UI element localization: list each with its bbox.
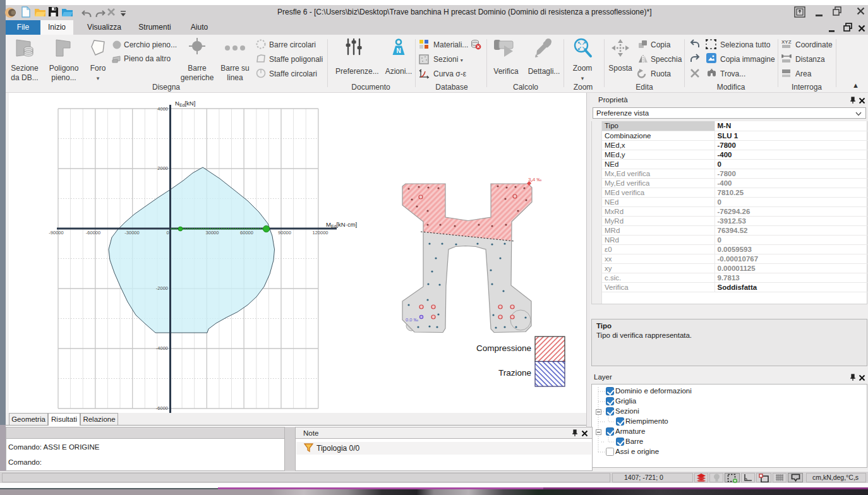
svg-text:MEd[kN·cm]: MEd[kN·cm] [326,221,357,229]
svg-text:2000: 2000 [157,165,168,171]
svg-text:0: 0 [166,230,169,236]
svg-text:90000: 90000 [278,230,291,236]
svg-text:60000: 60000 [240,230,253,236]
svg-text:-4000: -4000 [156,345,168,351]
svg-text:-30000: -30000 [124,230,139,236]
svg-text:4000: 4000 [157,106,168,112]
svg-text:-2000: -2000 [156,285,168,291]
svg-text:Compressione: Compressione [476,343,531,353]
svg-text:120000: 120000 [312,230,328,236]
svg-text:0.0 ‰: 0.0 ‰ [406,317,419,323]
svg-text:-60000: -60000 [86,230,100,236]
svg-text:30000: 30000 [206,230,219,236]
svg-text:3.4 ‰: 3.4 ‰ [528,177,541,182]
svg-text:NEd[kN]: NEd[kN] [175,100,195,107]
svg-text:XYZ: XYZ [781,39,792,45]
svg-text:↙: ↙ [577,45,582,51]
svg-text:-6000: -6000 [156,405,168,411]
svg-text:-90000: -90000 [49,230,63,236]
svg-text:↘: ↘ [582,45,586,51]
svg-text:Trazione: Trazione [498,368,531,378]
svg-text:N: N [396,47,401,54]
